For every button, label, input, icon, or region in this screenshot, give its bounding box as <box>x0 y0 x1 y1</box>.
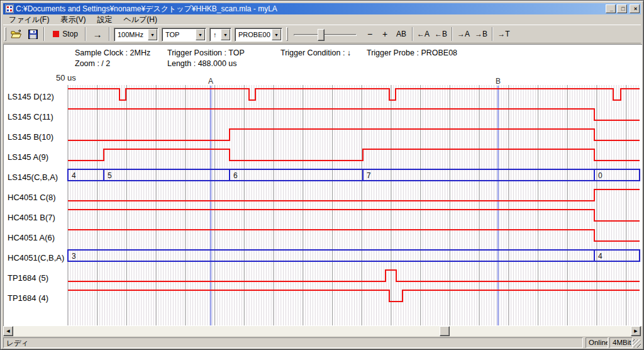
scroll-left-button[interactable]: ◀ <box>3 326 13 336</box>
probe-value: PROBE00 <box>238 31 270 38</box>
goto-a-marker-button[interactable]: →A <box>455 26 472 42</box>
channel-label: HC4051 A(6) <box>8 233 55 242</box>
chevron-down-icon[interactable]: ▼ <box>148 29 157 40</box>
status-memory-badge: 4MBit <box>609 337 633 348</box>
ab-range-button[interactable]: AB <box>393 26 409 42</box>
minimize-button[interactable]: _ <box>606 4 616 13</box>
menu-bar: ファイル(F) 表示(V) 設定 ヘルプ(H) <box>3 15 641 24</box>
scrollbar-thumb[interactable] <box>440 326 450 336</box>
toolbar-grip <box>4 27 6 41</box>
sample-rate-value: 100MHz <box>118 31 143 38</box>
set-b-marker-button[interactable]: ←B <box>433 26 449 42</box>
menu-help[interactable]: ヘルプ(H) <box>118 14 163 25</box>
menu-file[interactable]: ファイル(F) <box>3 14 55 25</box>
channel-label: LS145 A(9) <box>8 152 48 162</box>
set-a-marker-button[interactable]: ←A <box>415 26 431 42</box>
toolbar-separator <box>43 27 45 41</box>
probe-select[interactable]: PROBE00 ▼ <box>235 28 282 42</box>
toolbar-separator <box>109 27 110 41</box>
zoom-out-button[interactable]: − <box>363 26 377 42</box>
status-bar: レディ Online 4MBit <box>3 337 641 349</box>
bus-value: 6 <box>233 171 238 180</box>
marker-a-label: A <box>208 77 213 86</box>
status-message: レディ <box>3 337 583 348</box>
title-bar: C:¥Documents and Settings¥noname¥デスクトップ¥… <box>3 3 641 14</box>
save-button[interactable] <box>26 26 40 42</box>
status-online-badge: Online <box>586 337 608 348</box>
channel-label: HC4051(C,B,A) <box>8 253 64 262</box>
bus-value: 5 <box>108 171 112 180</box>
run-button[interactable]: → <box>89 26 106 42</box>
channel-label: LS145 B(10) <box>8 132 53 142</box>
channel-label: HC4051 B(7) <box>8 213 55 222</box>
bus-value: 4 <box>72 171 76 180</box>
sample-rate-select[interactable]: 100MHz ▼ <box>114 28 158 42</box>
zoom-slider-thumb[interactable] <box>318 29 325 41</box>
zoom-in-button[interactable]: + <box>378 26 392 42</box>
channel-label: TP1684 (5) <box>8 273 48 283</box>
bus-value: 4 <box>598 252 602 261</box>
bus-value: 7 <box>367 171 371 180</box>
stop-label: Stop <box>62 30 78 38</box>
channel-label: LS145(C,B,A) <box>8 172 58 182</box>
open-folder-icon <box>11 30 22 39</box>
trigger-position-value: TOP <box>165 31 179 38</box>
menu-view[interactable]: 表示(V) <box>55 14 91 25</box>
toolbar-separator <box>85 27 86 41</box>
channel-label: TP1684 (4) <box>8 293 48 303</box>
window-title: C:¥Documents and Settings¥noname¥デスクトップ¥… <box>16 3 277 14</box>
timebase-label: 50 us <box>56 73 76 82</box>
trigger-edge-value: ↑ <box>213 31 217 38</box>
stop-button[interactable]: Stop <box>48 26 82 42</box>
horizontal-scrollbar[interactable]: ◀ ▶ <box>3 326 641 336</box>
waveform-canvas[interactable]: 50 usABLS145 D(12)LS145 C(11)LS145 B(10)… <box>3 44 642 326</box>
toolbar: Stop → 100MHz ▼ TOP ▼ ↑ ▼ PROBE00 ▼ − + … <box>3 25 641 43</box>
close-button[interactable]: × <box>630 4 640 13</box>
toolbar-separator <box>412 27 413 41</box>
goto-b-marker-button[interactable]: →B <box>473 26 489 42</box>
stop-icon <box>53 31 59 37</box>
zoom-slider-track[interactable] <box>294 34 357 36</box>
resize-grip-icon[interactable] <box>633 339 641 347</box>
chevron-down-icon[interactable]: ▼ <box>196 29 205 40</box>
channel-label: LS145 D(12) <box>8 92 54 101</box>
goto-trigger-button[interactable]: →T <box>496 26 512 42</box>
toolbar-separator <box>452 27 453 41</box>
app-window: C:¥Documents and Settings¥noname¥デスクトップ¥… <box>0 0 644 350</box>
app-icon <box>5 4 14 13</box>
floppy-disk-icon <box>28 30 38 39</box>
menu-settings[interactable]: 設定 <box>91 14 118 25</box>
bus-value: 3 <box>72 252 76 261</box>
open-file-button[interactable] <box>9 26 23 42</box>
channel-label: LS145 C(11) <box>8 112 53 121</box>
toolbar-grip <box>286 27 288 41</box>
scroll-right-button[interactable]: ▶ <box>631 326 641 336</box>
marker-b-label: B <box>496 77 501 86</box>
chevron-down-icon[interactable]: ▼ <box>272 29 281 40</box>
toolbar-separator <box>492 27 493 41</box>
chevron-down-icon[interactable]: ▼ <box>221 29 230 40</box>
channel-label: HC4051 C(8) <box>8 193 56 202</box>
trigger-edge-select[interactable]: ↑ ▼ <box>209 28 231 42</box>
maximize-button[interactable]: □ <box>617 4 627 13</box>
bus-value: 0 <box>598 171 602 180</box>
trigger-position-select[interactable]: TOP ▼ <box>162 28 206 42</box>
